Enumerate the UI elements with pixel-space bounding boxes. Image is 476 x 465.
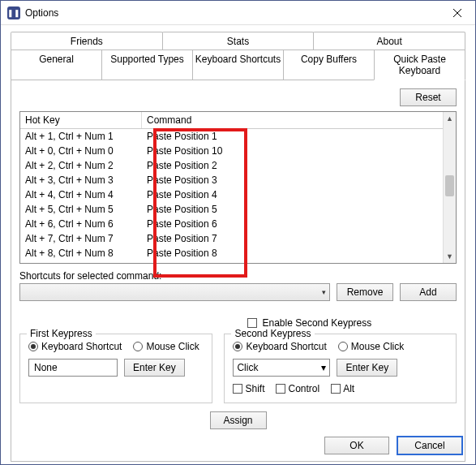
chevron-down-icon: ▾ — [322, 288, 326, 296]
tab-stats[interactable]: Stats — [162, 32, 315, 50]
table-row[interactable]: Alt + 9, Ctrl + Num 9Paste Position 9 — [20, 260, 443, 263]
scroll-thumb[interactable] — [445, 175, 454, 196]
tab-quick-paste-keyboard[interactable]: Quick Paste Keyboard — [374, 50, 465, 80]
tab-row-lower: General Supported Types Keyboard Shortcu… — [11, 50, 465, 80]
tab-friends[interactable]: Friends — [11, 32, 163, 50]
table-row[interactable]: Alt + 6, Ctrl + Num 6Paste Position 6 — [20, 217, 443, 231]
command-cell: Paste Position 8 — [142, 248, 443, 259]
command-cell: Paste Position 7 — [142, 233, 443, 244]
app-icon: ❚❚ — [7, 6, 20, 19]
scroll-up-icon[interactable]: ▲ — [444, 112, 456, 125]
hotkey-cell: Alt + 0, Ctrl + Num 0 — [20, 145, 142, 157]
shortcut-list[interactable]: Hot Key Command Alt + 1, Ctrl + Num 1Pas… — [19, 111, 457, 264]
hotkey-cell: Alt + 1, Ctrl + Num 1 — [20, 131, 142, 142]
hotkey-cell: Alt + 4, Ctrl + Num 4 — [20, 189, 142, 200]
control-checkbox[interactable]: Control — [276, 383, 319, 394]
chevron-down-icon: ▾ — [321, 362, 326, 373]
close-button[interactable] — [440, 1, 475, 25]
second-keypress-group: Second Keypress Keyboard Shortcut Mouse … — [224, 334, 457, 403]
hotkey-cell: Alt + 9, Ctrl + Num 9 — [20, 262, 142, 263]
shift-checkbox[interactable]: Shift — [233, 383, 264, 394]
table-row[interactable]: Alt + 5, Ctrl + Num 5Paste Position 5 — [20, 202, 443, 217]
column-header-hotkey[interactable]: Hot Key — [20, 112, 142, 128]
radio-icon — [233, 342, 242, 351]
second-mouse-click-radio[interactable]: Mouse Click — [338, 341, 404, 352]
command-cell: Paste Position 6 — [142, 218, 443, 230]
cancel-button[interactable]: Cancel — [397, 437, 462, 454]
remove-button[interactable]: Remove — [337, 283, 393, 301]
hotkey-cell: Alt + 2, Ctrl + Num 2 — [20, 160, 142, 171]
radio-icon — [133, 342, 143, 351]
ok-button[interactable]: OK — [324, 437, 389, 454]
radio-icon — [28, 342, 38, 351]
hotkey-cell: Alt + 5, Ctrl + Num 5 — [20, 204, 142, 215]
hotkey-cell: Alt + 8, Ctrl + Num 8 — [20, 248, 142, 259]
table-row[interactable]: Alt + 7, Ctrl + Num 7Paste Position 7 — [20, 231, 443, 246]
alt-checkbox[interactable]: Alt — [331, 383, 354, 394]
table-row[interactable]: Alt + 3, Ctrl + Num 3Paste Position 3 — [20, 173, 443, 187]
checkbox-icon — [276, 384, 285, 394]
enable-second-keypress-label: Enable Second Keypress — [263, 317, 372, 329]
second-keypress-select[interactable]: Click ▾ — [233, 359, 330, 377]
shortcuts-combo[interactable]: ▾ — [19, 283, 330, 301]
table-row[interactable]: Alt + 0, Ctrl + Num 0Paste Position 10 — [20, 144, 443, 158]
first-enter-key-button[interactable]: Enter Key — [124, 359, 185, 377]
shortcuts-label: Shortcuts for selected command: — [19, 270, 457, 282]
command-cell: Paste Position 9 — [142, 262, 443, 263]
hotkey-cell: Alt + 3, Ctrl + Num 3 — [20, 174, 142, 186]
tab-row-upper: Friends Stats About — [11, 32, 465, 50]
scrollbar[interactable]: ▲ ▼ — [443, 112, 456, 263]
enable-second-keypress-checkbox[interactable]: Enable Second Keypress — [247, 317, 457, 329]
tab-copy-buffers[interactable]: Copy Buffers — [283, 50, 375, 80]
table-row[interactable]: Alt + 8, Ctrl + Num 8Paste Position 8 — [20, 246, 443, 260]
command-cell: Paste Position 3 — [142, 174, 443, 186]
first-keyboard-shortcut-radio[interactable]: Keyboard Shortcut — [28, 341, 122, 352]
first-keypress-title: First Keypress — [27, 328, 96, 339]
reset-button[interactable]: Reset — [400, 88, 457, 106]
assign-button[interactable]: Assign — [210, 411, 267, 429]
second-enter-key-button[interactable]: Enter Key — [337, 359, 397, 377]
close-icon — [453, 9, 461, 17]
tab-keyboard-shortcuts[interactable]: Keyboard Shortcuts — [192, 50, 284, 80]
table-row[interactable]: Alt + 1, Ctrl + Num 1Paste Position 1 — [20, 129, 443, 144]
tab-panel: Reset Hot Key Command Alt + 1, Ctrl + Nu… — [11, 80, 465, 462]
hotkey-cell: Alt + 7, Ctrl + Num 7 — [20, 233, 142, 244]
second-keyboard-shortcut-radio[interactable]: Keyboard Shortcut — [233, 341, 326, 352]
command-cell: Paste Position 2 — [142, 160, 443, 171]
titlebar: ❚❚ Options — [1, 1, 475, 25]
table-row[interactable]: Alt + 4, Ctrl + Num 4Paste Position 4 — [20, 187, 443, 202]
first-mouse-click-radio[interactable]: Mouse Click — [133, 341, 199, 352]
scroll-down-icon[interactable]: ▼ — [444, 250, 456, 263]
command-cell: Paste Position 10 — [142, 145, 443, 157]
checkbox-icon — [331, 384, 341, 394]
second-keypress-title: Second Keypress — [231, 328, 314, 339]
options-window: ❚❚ Options Friends Stats About General S… — [0, 0, 476, 465]
tab-general[interactable]: General — [11, 50, 102, 80]
first-keypress-group: First Keypress Keyboard Shortcut Mouse C… — [19, 334, 212, 403]
radio-icon — [338, 342, 348, 351]
hotkey-cell: Alt + 6, Ctrl + Num 6 — [20, 218, 142, 230]
command-cell: Paste Position 1 — [142, 131, 443, 142]
table-row[interactable]: Alt + 2, Ctrl + Num 2Paste Position 2 — [20, 158, 443, 173]
checkbox-icon — [247, 318, 257, 328]
command-cell: Paste Position 4 — [142, 189, 443, 200]
window-title: Options — [25, 7, 440, 19]
column-header-command[interactable]: Command — [142, 112, 443, 128]
checkbox-icon — [233, 384, 242, 394]
tab-about[interactable]: About — [313, 32, 465, 50]
tab-supported-types[interactable]: Supported Types — [101, 50, 193, 80]
first-keypress-input[interactable]: None — [28, 359, 118, 377]
add-button[interactable]: Add — [400, 283, 457, 301]
command-cell: Paste Position 5 — [142, 204, 443, 215]
